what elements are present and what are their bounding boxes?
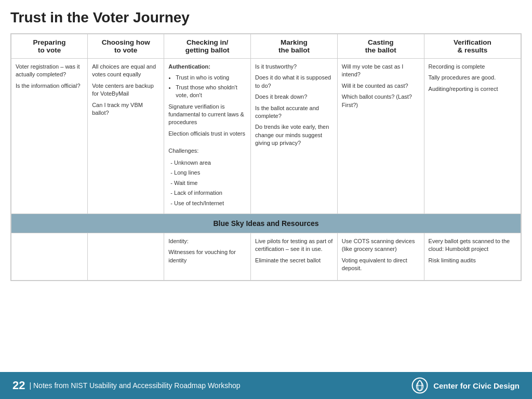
col2-header: Choosing how to vote xyxy=(88,34,164,59)
blue-sky-label: Blue Sky Ideas and Resources xyxy=(213,219,318,228)
resources-scanned: Every ballot gets scanned to the cloud: … xyxy=(429,237,516,254)
resources-row: Identity: Witnesses for vouching for ide… xyxy=(11,233,521,281)
resources-col2 xyxy=(88,233,164,281)
casting-text-2: Will it be counted as cast? xyxy=(342,82,420,90)
marking-text-5: Do trends ike vote early, then change ou… xyxy=(255,123,333,147)
col5-header: Casting the ballot xyxy=(337,34,424,59)
footer-left: 22 | Notes from NIST Usability and Acces… xyxy=(12,379,241,392)
resources-cots: Use COTS scanning devices (like grocery … xyxy=(342,237,420,254)
challenge-1: Unknown area xyxy=(170,158,246,167)
content-row: Voter registration – was it actually com… xyxy=(11,59,521,214)
footer-page-number: 22 xyxy=(12,379,25,392)
verification-text-1: Recording is complete xyxy=(429,63,516,71)
col3-header: Checking in/ getting ballot xyxy=(164,34,251,59)
marking-text-3: Does it break down? xyxy=(255,93,333,101)
election-text: Election officials trust in voters xyxy=(168,130,246,138)
resources-identity: Identity: xyxy=(168,237,246,245)
casting-text-3: Which ballot counts? (Last? First?) xyxy=(342,93,420,109)
marking-text-4: Is the ballot accurate and complete? xyxy=(255,104,333,121)
footer: 22 | Notes from NIST Usability and Acces… xyxy=(0,372,532,399)
cell-marking: Is it trustworthy? Does it do what it is… xyxy=(251,59,338,214)
resources-col4: Live pilots for testing as part of certi… xyxy=(251,233,338,281)
col1-header: Preparing to vote xyxy=(11,34,88,59)
resources-col3: Identity: Witnesses for vouching for ide… xyxy=(164,233,251,281)
casting-text-1: Will my vote be cast as I intend? xyxy=(342,63,420,79)
auth-item-1: Trust in who is voting xyxy=(176,74,246,82)
choosing-text-2: Vote centers are backup for VoteByMail xyxy=(92,82,159,98)
col4-header: Marking the ballot xyxy=(251,34,338,59)
resources-secret-ballot: Eliminate the secret ballot xyxy=(255,257,333,264)
challenge-5: Use of tech/Internet xyxy=(170,199,246,208)
page-wrapper: Trust in the Voter Journey Preparing to … xyxy=(0,0,532,399)
page-title: Trust in the Voter Journey xyxy=(10,9,522,26)
cell-checkin: Authentication: Trust in who is voting T… xyxy=(164,59,251,214)
resources-live-pilots: Live pilots for testing as part of certi… xyxy=(255,237,333,254)
blue-sky-cell: Blue Sky Ideas and Resources xyxy=(11,214,521,233)
cell-choosing: All choices are equal and votes count eq… xyxy=(88,59,164,214)
main-content: Trust in the Voter Journey Preparing to … xyxy=(0,0,532,372)
resources-witnesses: Witnesses for vouching for identity xyxy=(168,248,246,264)
auth-list: Trust in who is voting Trust those who s… xyxy=(176,74,246,99)
main-table: Preparing to vote Choosing how to vote C… xyxy=(11,34,521,281)
resources-col1 xyxy=(11,233,88,281)
cell-verification: Recording is complete Tally procedures a… xyxy=(424,59,521,214)
cell-preparing: Voter registration – was it actually com… xyxy=(11,59,88,214)
auth-title: Authentication: xyxy=(168,63,246,71)
choosing-text-3: Can I track my VBM ballot? xyxy=(92,101,159,117)
preparing-text-2: Is the information official? xyxy=(16,82,83,90)
verification-text-2: Tally procedures are good. xyxy=(429,74,516,82)
col6-header: Verification & results xyxy=(424,34,521,59)
choosing-text-1: All choices are equal and votes count eq… xyxy=(92,63,159,79)
footer-description: | Notes from NIST Usability and Accessib… xyxy=(29,381,240,390)
resources-col5: Use COTS scanning devices (like grocery … xyxy=(337,233,424,281)
footer-right: Center for Civic Design xyxy=(411,377,520,394)
verification-text-3: Auditing/reporting is correct xyxy=(429,85,516,93)
challenge-2: Long lines xyxy=(170,168,246,177)
footer-org-name: Center for Civic Design xyxy=(433,381,520,390)
resources-risk: Risk limiting audits xyxy=(429,257,516,264)
auth-item-2: Trust those who sholdn't vote, don't xyxy=(176,84,246,100)
resources-col6: Every ballot gets scanned to the cloud: … xyxy=(424,233,521,281)
header-row: Preparing to vote Choosing how to vote C… xyxy=(11,34,521,59)
resources-direct-deposit: Voting equivalent to direct deposit. xyxy=(342,257,420,273)
challenge-4: Lack of information xyxy=(170,189,246,197)
marking-text-1: Is it trustworthy? xyxy=(255,63,333,71)
marking-text-2: Does it do what it is supposed to do? xyxy=(255,74,333,90)
challenge-3: Wait time xyxy=(170,179,246,188)
civic-design-logo-icon xyxy=(411,377,428,394)
blue-sky-row: Blue Sky Ideas and Resources xyxy=(11,214,521,233)
cell-casting: Will my vote be cast as I intend? Will i… xyxy=(337,59,424,214)
sig-text: Signature verifiation is fundamental to … xyxy=(168,103,246,127)
table-wrapper: Preparing to vote Choosing how to vote C… xyxy=(10,33,522,281)
preparing-text-1: Voter registration – was it actually com… xyxy=(16,63,83,79)
challenges-list: Unknown area Long lines Wait time Lack o… xyxy=(170,158,246,208)
challenges-title: Challenges: xyxy=(168,147,246,155)
